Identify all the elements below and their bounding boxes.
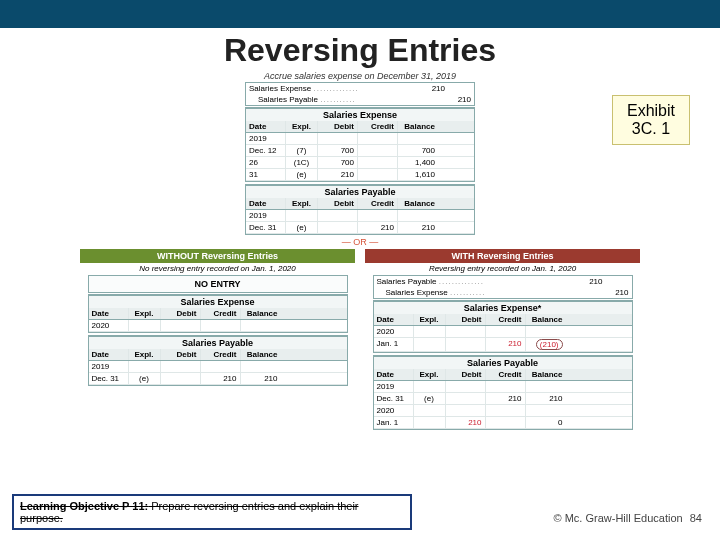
with-pane: WITH Reversing Entries Reversing entry r…	[365, 249, 640, 430]
without-ledger-payable: Salaries Payable DateExpl.DebitCreditBal…	[88, 335, 348, 386]
top-ledger-payable: Salaries Payable Date Expl. Debit Credit…	[245, 184, 475, 235]
page-number: 84	[690, 512, 702, 524]
with-ledger-expense: Salaries Expense* DateExpl.DebitCreditBa…	[373, 300, 633, 353]
learning-objective: Learning Objective P 11: Prepare reversi…	[12, 494, 412, 530]
copyright: © Mc. Graw-Hill Education 84	[554, 512, 702, 524]
or-divider: — OR —	[60, 237, 660, 247]
without-header: WITHOUT Reversing Entries	[80, 249, 355, 263]
content: Accrue salaries expense on December 31, …	[60, 71, 660, 430]
top-banner	[0, 0, 720, 28]
no-entry: NO ENTRY	[88, 275, 348, 293]
with-ledger-payable: Salaries Payable DateExpl.DebitCreditBal…	[373, 355, 633, 430]
with-sub: Reversing entry recorded on Jan. 1, 2020	[365, 263, 640, 274]
top-journal: Salaries Expense .............. 210 Sala…	[245, 82, 475, 106]
with-journal: Salaries Payable ..............210 Salar…	[373, 275, 633, 299]
without-sub: No reversing entry recorded on Jan. 1, 2…	[80, 263, 355, 274]
without-pane: WITHOUT Reversing Entries No reversing e…	[80, 249, 355, 430]
page-title: Reversing Entries	[0, 32, 720, 69]
without-ledger-expense: Salaries Expense DateExpl.DebitCreditBal…	[88, 294, 348, 333]
top-caption: Accrue salaries expense on December 31, …	[60, 71, 660, 81]
with-header: WITH Reversing Entries	[365, 249, 640, 263]
two-pane: WITHOUT Reversing Entries No reversing e…	[60, 249, 660, 430]
circled-balance: (210)	[536, 339, 563, 350]
top-ledger-expense: Salaries Expense Date Expl. Debit Credit…	[245, 107, 475, 182]
